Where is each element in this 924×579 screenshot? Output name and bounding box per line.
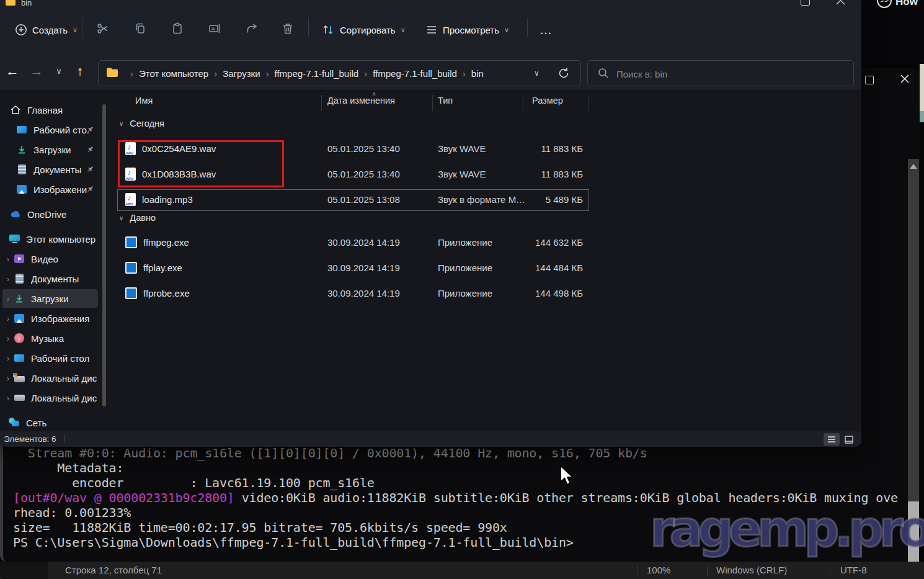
file-date: 30.09.2024 14:19 (327, 237, 400, 248)
file-row-ffmpeg[interactable]: ffmpeg.exe 30.09.2024 14:19 Приложение 1… (117, 230, 594, 255)
copy-button[interactable] (125, 14, 155, 43)
encoding-status[interactable]: UTF-8 (840, 565, 867, 575)
console-maximize-button[interactable] (861, 72, 878, 88)
home-icon (10, 104, 21, 115)
refresh-icon[interactable] (558, 67, 570, 79)
expand-chevron-icon[interactable]: › (2, 334, 14, 343)
sidebar-item-downloads-selected[interactable]: › Загрузки (2, 289, 98, 308)
breadcrumb-item[interactable]: ffmpeg-7.1-full_build (373, 68, 457, 79)
sidebar-item-music[interactable]: › ♪ Музыка (2, 329, 98, 348)
sidebar-scrollbar[interactable] (102, 104, 106, 406)
sidebar-item-home[interactable]: Главная (2, 101, 98, 119)
more-button[interactable]: … (533, 15, 559, 45)
sidebar-item-videos[interactable]: › Видео (2, 249, 98, 268)
column-separator[interactable] (432, 95, 433, 111)
cursor-position-status[interactable]: Строка 12, столбец 71 (65, 565, 162, 575)
column-separator[interactable] (588, 95, 589, 111)
rename-icon: A (208, 22, 221, 35)
search-input[interactable] (615, 61, 822, 87)
breadcrumb-item[interactable]: bin (471, 68, 484, 79)
file-size: 11 883 КБ (484, 169, 583, 179)
background-scrollbar-strip (920, 64, 924, 111)
cut-button[interactable] (88, 14, 118, 43)
new-button-label: Создать (32, 25, 68, 35)
sidebar-item-pictures[interactable]: › Изображения (2, 309, 98, 328)
sidebar-item-this-pc[interactable]: Этот компьютер (2, 230, 98, 248)
file-date: 05.01.2025 13:40 (327, 143, 400, 154)
up-button[interactable]: ↑ (71, 63, 89, 79)
paste-button[interactable] (162, 14, 192, 43)
sidebar-item-desktop[interactable]: › Рабочий стол (2, 349, 98, 367)
expand-chevron-icon[interactable]: › (2, 354, 14, 363)
history-dropdown-button[interactable]: ∨ (50, 66, 68, 76)
pin-icon (86, 185, 94, 193)
rename-button[interactable]: A (200, 14, 229, 43)
file-row-ffprobe[interactable]: ffprobe.exe 30.09.2024 14:19 Приложение … (117, 281, 594, 306)
music-icon: ♪ (14, 333, 25, 344)
sidebar-item-documents-pinned[interactable]: Документы (2, 160, 98, 179)
sort-icon (321, 24, 335, 36)
breadcrumb-bar[interactable]: › Этот компьютер › Загрузки › ffmpeg-7.1… (98, 60, 581, 86)
explorer-close-button[interactable] (836, 0, 845, 5)
background-browser-window: How (861, 0, 924, 65)
file-row-ffplay[interactable]: ffplay.exe 30.09.2024 14:19 Приложение 1… (117, 255, 594, 281)
details-view-button[interactable] (824, 433, 840, 446)
breadcrumb-item[interactable]: Этот компьютер (139, 68, 208, 79)
expand-chevron-icon[interactable]: › (2, 274, 14, 284)
trash-icon (281, 22, 295, 35)
group-header-today[interactable]: ∨ Сегодня (119, 119, 164, 128)
sort-button[interactable]: Сортировать ∨ (315, 15, 412, 45)
console-bottom-corner (0, 562, 48, 579)
sidebar-item-label: Рабочий сто. (33, 125, 89, 135)
address-dropdown-icon[interactable]: ∨ (534, 69, 540, 78)
zoom-level-status[interactable]: 100% (647, 565, 670, 575)
expand-chevron-icon[interactable]: › (2, 393, 14, 403)
sort-button-label: Сортировать (340, 25, 396, 35)
sidebar-item-pictures-pinned[interactable]: Изображени (2, 180, 98, 199)
sidebar-item-local-disk-d[interactable]: › Локальный дис (2, 388, 98, 407)
expand-chevron-icon[interactable]: › (2, 254, 14, 264)
group-header-long-ago[interactable]: ∨ Давно (119, 213, 156, 223)
breadcrumb-item[interactable]: ffmpeg-7.1-full_build (275, 68, 359, 79)
explorer-maximize-button[interactable] (801, 0, 810, 6)
column-header-date[interactable]: Дата изменения (327, 96, 395, 105)
sidebar-item-documents[interactable]: › Документы (2, 269, 98, 288)
large-icons-view-button[interactable] (841, 433, 857, 446)
column-header-type[interactable]: Тип (438, 96, 453, 105)
video-icon (14, 253, 25, 264)
column-separator[interactable] (523, 95, 523, 111)
terminal-line: encoder : Lavc61.19.100 pcm_s16le (13, 475, 375, 490)
search-box[interactable] (587, 60, 854, 86)
new-button[interactable]: Создать ∨ (9, 15, 84, 45)
sidebar-item-network[interactable]: Сеть (2, 413, 98, 432)
sidebar-item-label: Главная (27, 105, 63, 115)
sidebar-item-label: Изображения (31, 313, 89, 324)
expand-chevron-icon[interactable]: › (2, 294, 14, 303)
share-button[interactable] (237, 14, 267, 43)
expand-chevron-icon[interactable]: › (2, 374, 14, 383)
expand-chevron-icon[interactable]: › (2, 314, 14, 323)
column-header-name[interactable]: Имя (135, 96, 153, 105)
document-icon (16, 164, 27, 175)
column-header-size[interactable]: Размер (532, 96, 563, 105)
sidebar-item-onedrive[interactable]: OneDrive (2, 205, 98, 223)
file-name: ffprobe.exe (143, 288, 190, 298)
sidebar-item-label: Локальный дис (31, 373, 97, 384)
breadcrumb-item[interactable]: Загрузки (223, 68, 260, 79)
collapse-chevron-icon: ∨ (119, 120, 123, 127)
tab-title[interactable]: bin (21, 0, 32, 7)
console-close-button[interactable] (896, 71, 913, 87)
large-icons-view-icon (845, 436, 853, 444)
view-button[interactable]: Просмотреть ∨ (419, 15, 515, 45)
delete-button[interactable] (273, 14, 303, 43)
column-separator[interactable] (321, 95, 322, 111)
share-icon (245, 22, 259, 35)
line-ending-status[interactable]: Windows (CRLF) (716, 565, 787, 575)
sidebar-item-desktop-pinned[interactable]: Рабочий сто. (2, 120, 98, 139)
back-button[interactable]: ← (3, 63, 22, 79)
sidebar-item-label: Видео (31, 254, 58, 264)
sidebar-item-downloads-pinned[interactable]: Загрузки (2, 140, 98, 159)
sidebar-item-local-disk-c[interactable]: › Локальный дис (2, 369, 98, 387)
forward-button[interactable]: → (27, 63, 46, 79)
scroll-up-arrow-icon[interactable] (910, 164, 917, 169)
